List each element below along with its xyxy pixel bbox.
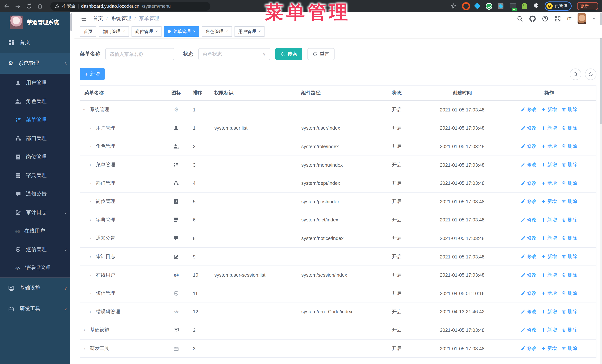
delete-link[interactable]: 删除 bbox=[562, 106, 577, 113]
search-button[interactable]: 搜索 bbox=[275, 48, 302, 60]
delete-link[interactable]: 删除 bbox=[562, 253, 577, 260]
delete-link[interactable]: 删除 bbox=[562, 327, 577, 333]
delete-link[interactable]: 删除 bbox=[562, 308, 577, 315]
profile-paused-badge[interactable]: 已暂停 bbox=[544, 1, 572, 11]
window-scrollbar[interactable] bbox=[600, 12, 602, 364]
expand-icon[interactable] bbox=[90, 162, 96, 167]
sidebar-item-post-mgmt[interactable]: 岗位管理 bbox=[0, 148, 72, 166]
delete-link[interactable]: 删除 bbox=[562, 161, 577, 168]
update-button[interactable]: 更新 ⋮ bbox=[577, 2, 598, 10]
sidebar-item-role-mgmt[interactable]: 角色管理 bbox=[0, 92, 72, 111]
sidebar-item-infrastructure[interactable]: 基础设施 ∨ bbox=[0, 278, 72, 299]
close-icon[interactable]: × bbox=[258, 29, 261, 34]
table-row[interactable]: 错误码管理 </> 12 system/errorCode/index 开启 2… bbox=[80, 303, 596, 321]
delete-link[interactable]: 删除 bbox=[562, 345, 577, 352]
expand-icon[interactable] bbox=[90, 180, 96, 186]
add-link[interactable]: 新增 bbox=[541, 235, 557, 242]
search-icon[interactable] bbox=[516, 15, 523, 22]
delete-link[interactable]: 删除 bbox=[562, 290, 577, 297]
sidebar-item-dept-mgmt[interactable]: 部门管理 bbox=[0, 129, 72, 148]
add-link[interactable]: 新增 bbox=[541, 217, 557, 223]
collapse-sidebar-icon[interactable] bbox=[80, 15, 86, 22]
edit-link[interactable]: 修改 bbox=[521, 217, 537, 223]
table-row[interactable]: 研发工具 3 开启 2021-01-05 17:03:48 修改新增删除 bbox=[80, 339, 596, 358]
help-icon[interactable] bbox=[542, 15, 548, 22]
expand-icon[interactable] bbox=[90, 236, 96, 241]
edit-link[interactable]: 修改 bbox=[521, 345, 537, 352]
add-link[interactable]: 新增 bbox=[541, 161, 557, 168]
expand-icon[interactable] bbox=[90, 144, 96, 149]
robot-extension-icon[interactable] bbox=[521, 3, 528, 10]
table-row[interactable]: 用户管理 1 system:user:list system/user/inde… bbox=[80, 119, 596, 137]
add-link[interactable]: 新增 bbox=[541, 290, 557, 297]
table-row[interactable]: 部门管理 4 system/dept/index 开启 2021-01-05 1… bbox=[80, 174, 596, 193]
table-row[interactable]: 菜单管理 3 system/menu/index 开启 2021-01-05 1… bbox=[80, 156, 596, 174]
delete-link[interactable]: 删除 bbox=[562, 198, 577, 205]
sidebar-item-system[interactable]: ⚙ 系统管理 ∧ bbox=[0, 53, 72, 74]
delete-link[interactable]: 删除 bbox=[562, 217, 577, 223]
add-link[interactable]: 新增 bbox=[541, 327, 557, 333]
add-link[interactable]: 新增 bbox=[541, 106, 557, 113]
expand-icon[interactable] bbox=[90, 309, 96, 314]
sidebar-item-dev-tools[interactable]: 研发工具 ∨ bbox=[0, 299, 72, 319]
toggle-search-button[interactable] bbox=[570, 68, 581, 80]
table-row[interactable]: 岗位管理 5 system/post/index 开启 2021-01-05 1… bbox=[80, 193, 596, 211]
back-icon[interactable] bbox=[4, 3, 10, 9]
bookmark-star-icon[interactable] bbox=[450, 3, 457, 9]
table-row[interactable]: 角色管理 2 system/role/index 开启 2021-01-05 1… bbox=[80, 137, 596, 156]
expand-icon[interactable] bbox=[90, 199, 96, 204]
table-row[interactable]: 审计日志 9 开启 2021-01-05 17:03:48 修改新增删除 bbox=[80, 248, 596, 266]
add-link[interactable]: 新增 bbox=[541, 272, 557, 278]
expand-icon[interactable] bbox=[90, 217, 96, 223]
expand-icon[interactable] bbox=[84, 328, 90, 333]
extensions-puzzle-icon[interactable] bbox=[533, 3, 539, 9]
reload-icon[interactable] bbox=[26, 3, 32, 9]
add-link[interactable]: 新增 bbox=[541, 198, 557, 205]
expand-icon[interactable] bbox=[90, 125, 96, 131]
sidebar-scrollbar[interactable] bbox=[70, 12, 72, 364]
breadcrumb-system[interactable]: 系统管理 bbox=[111, 15, 131, 22]
avatar-caret-down-icon[interactable] bbox=[592, 18, 595, 21]
add-link[interactable]: 新增 bbox=[541, 345, 557, 352]
edit-link[interactable]: 修改 bbox=[521, 198, 537, 205]
add-link[interactable]: 新增 bbox=[541, 125, 557, 131]
table-row[interactable]: 系统管理 ⚙ 1 开启 2021-01-05 17:03:48 修改新增删除 bbox=[80, 101, 596, 119]
expand-icon[interactable] bbox=[90, 254, 96, 259]
edit-link[interactable]: 修改 bbox=[521, 290, 537, 297]
table-row[interactable]: 字典管理 6 system/dict/index 开启 2021-01-05 1… bbox=[80, 211, 596, 229]
user-avatar[interactable] bbox=[578, 13, 586, 24]
table-row[interactable]: 通知公告 8 system/notice/index 开启 2021-01-05… bbox=[80, 229, 596, 248]
expand-icon[interactable] bbox=[90, 291, 96, 296]
sidebar-item-menu-mgmt[interactable]: 菜单管理 bbox=[0, 111, 72, 129]
menu-name-input[interactable] bbox=[105, 48, 174, 60]
ubuntu-extension-icon[interactable] bbox=[462, 3, 468, 10]
squares-extension-icon[interactable] bbox=[497, 3, 504, 10]
font-size-icon[interactable]: tT bbox=[567, 16, 571, 21]
not-secure-warning-icon[interactable] bbox=[55, 4, 60, 9]
tag-post[interactable]: 岗位管理× bbox=[131, 26, 161, 37]
table-row[interactable]: 短信管理 11 开启 2021-04-05 01:10:16 修改新增删除 bbox=[80, 284, 596, 303]
delete-link[interactable]: 删除 bbox=[562, 143, 577, 150]
edit-link[interactable]: 修改 bbox=[521, 125, 537, 131]
sidebar-scrollbar-thumb[interactable] bbox=[70, 13, 72, 31]
add-link[interactable]: 新增 bbox=[541, 308, 557, 315]
expand-icon[interactable] bbox=[84, 107, 90, 112]
delete-link[interactable]: 删除 bbox=[562, 125, 577, 131]
github-icon[interactable] bbox=[529, 15, 536, 22]
sidebar-item-dict-mgmt[interactable]: 字典管理 bbox=[0, 166, 72, 185]
edit-link[interactable]: 修改 bbox=[521, 272, 537, 278]
tag-home[interactable]: 首页 bbox=[80, 26, 96, 37]
breadcrumb-home[interactable]: 首页 bbox=[93, 15, 103, 22]
edit-link[interactable]: 修改 bbox=[521, 161, 537, 168]
browser-menu-dots-icon[interactable]: ⋮ bbox=[591, 4, 595, 8]
delete-link[interactable]: 删除 bbox=[562, 272, 577, 278]
sidebar-item-errorcode-mgmt[interactable]: </>错误码管理 bbox=[0, 259, 72, 277]
tag-role[interactable]: 角色管理× bbox=[202, 26, 232, 37]
edit-link[interactable]: 修改 bbox=[521, 106, 537, 113]
fullscreen-icon[interactable] bbox=[554, 15, 561, 22]
edit-link[interactable]: 修改 bbox=[521, 253, 537, 260]
app-logo[interactable]: 芋道管理系统 bbox=[0, 12, 72, 32]
address-bar[interactable]: 不安全 dashboard.yudao.iocoder.cn/system/me… bbox=[50, 2, 210, 10]
expand-icon[interactable] bbox=[90, 272, 96, 278]
add-link[interactable]: 新增 bbox=[541, 180, 557, 187]
